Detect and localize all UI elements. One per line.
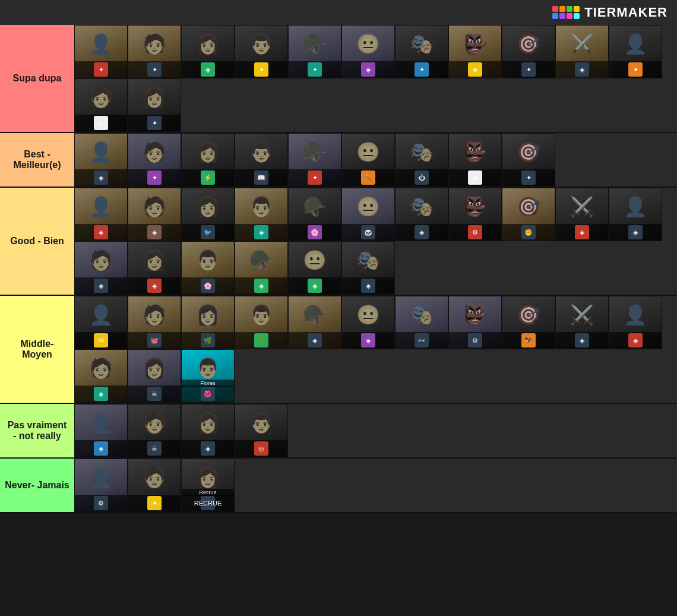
operator-cell[interactable]: 🧑 🐙: [128, 296, 181, 349]
tier-row-supa-dupa: Supa dupa 👤 ✦ 🧑 ✦: [0, 25, 677, 133]
operator-cell[interactable]: 👨 ◈: [235, 188, 288, 241]
operator-cell[interactable]: 👩 🐦: [181, 188, 235, 241]
operator-cell[interactable]: 😐 ◈: [341, 25, 395, 78]
tier-content: 👤 ⚙ 🧑 ✦ 👩 Re: [74, 459, 677, 512]
operator-cell[interactable]: 🧑 ☠: [128, 404, 181, 457]
operator-cell[interactable]: 👤 ✦: [609, 25, 662, 78]
operator-cell[interactable]: 🎯 🦅: [502, 296, 555, 349]
operator-cell[interactable]: 😐 ◈: [288, 241, 341, 295]
tiermaker-logo: TiERMAKER: [552, 5, 667, 20]
operator-cell[interactable]: 🎯 ✦: [502, 133, 555, 187]
operator-cell[interactable]: 👩 🌿: [181, 296, 235, 349]
operator-cell[interactable]: 👤 ◈: [609, 296, 662, 349]
tier-label: Best - Meilleur(e): [0, 133, 74, 187]
operator-cell[interactable]: 🧑 ◈: [128, 188, 181, 241]
operator-cell[interactable]: 😐 🔨: [341, 133, 395, 187]
tier-row-best: Best - Meilleur(e) 👤 ◈ 🧑 ✦: [0, 133, 677, 188]
tier-label: Supa dupa: [0, 25, 74, 132]
operator-cell[interactable]: 🧑 ✦: [128, 133, 181, 187]
operator-cell[interactable]: 👤 ✉: [74, 296, 128, 349]
operator-cell[interactable]: 👺 ◈: [448, 133, 502, 187]
operator-cell[interactable]: 👩 ◈: [181, 25, 235, 78]
operator-cell[interactable]: 👨 ✦: [235, 25, 288, 78]
operator-cell[interactable]: 🎯 ✊: [502, 188, 555, 241]
tier-content: 👤 ◈ 🧑 ✦ 👩: [74, 133, 677, 187]
operator-cell[interactable]: 👤 ◈: [609, 188, 662, 241]
operator-cell[interactable]: 🪖 ◈: [235, 241, 288, 295]
operator-cell[interactable]: 🎭 ◈: [395, 188, 448, 241]
operator-cell[interactable]: 🎯 ✦: [502, 25, 555, 78]
operator-cell[interactable]: 🪖 🌸: [288, 188, 341, 241]
operator-cell[interactable]: 😐 ◈: [341, 296, 395, 349]
tier-row-middle: Middle- Moyen 👤 ✉ 🧑 🐙: [0, 296, 677, 404]
logo-grid: [552, 6, 580, 19]
operator-cell[interactable]: ⚔️ ◈: [555, 296, 609, 349]
operator-cell[interactable]: 👨 📖: [235, 133, 288, 187]
operator-cell[interactable]: 🎭 ⏻: [395, 133, 448, 187]
logo-text: TiERMAKER: [584, 5, 667, 20]
tier-label: Good - Bien: [0, 188, 74, 295]
operator-cell[interactable]: 👺 ⚙: [448, 296, 502, 349]
operator-cell[interactable]: 👨 Flores 🌺: [181, 349, 235, 403]
operator-cell[interactable]: 👤 ◈: [74, 133, 128, 187]
operator-cell[interactable]: 🪖 ✦: [288, 133, 341, 187]
operator-cell[interactable]: 🪖 ✦: [288, 25, 341, 78]
operator-cell[interactable]: 👤 ✦: [74, 25, 128, 78]
operator-cell[interactable]: 👺 ◈: [448, 25, 502, 78]
operator-cell[interactable]: 👨 🌸: [181, 241, 235, 295]
operator-cell[interactable]: 👨 🌿: [235, 296, 288, 349]
operator-cell[interactable]: ⚔️ ◈: [555, 25, 609, 78]
tier-row-good: Good - Bien 👤 ◈ 🧑 ◈: [0, 188, 677, 296]
tier-row-never: Never- Jamais 👤 ⚙ 🧑 ✦: [0, 459, 677, 513]
operator-cell[interactable]: 🪖 ◈: [288, 296, 341, 349]
operator-cell[interactable]: 🧑 ✦: [128, 459, 181, 512]
operator-cell[interactable]: 🎭 ◈: [341, 241, 395, 295]
operator-cell[interactable]: 🎭 ✦: [395, 25, 448, 78]
tier-label: Middle- Moyen: [0, 296, 74, 403]
tier-label: Never- Jamais: [0, 459, 74, 512]
operator-cell[interactable]: 🧑 ◈: [74, 241, 128, 295]
operator-cell[interactable]: 👤 ⚙: [74, 459, 128, 512]
operator-cell[interactable]: 👩 ◈: [128, 241, 181, 295]
operator-cell[interactable]: 😐 🐼: [341, 188, 395, 241]
operator-cell[interactable]: 👩 ◈: [181, 404, 235, 457]
operator-cell[interactable]: ⚔️ ◈: [555, 188, 609, 241]
tier-content: 👤 ✦ 🧑 ✦ 👩: [74, 25, 677, 132]
tier-list: Supa dupa 👤 ✦ 🧑 ✦: [0, 25, 677, 513]
operator-cell[interactable]: 👩 Recrue RECRUE: [181, 459, 235, 512]
operator-cell[interactable]: 👩 ✦: [128, 78, 181, 132]
operator-cell[interactable]: 🧑 ☠: [74, 78, 128, 132]
operator-cell[interactable]: 🎭 👓: [395, 296, 448, 349]
operator-cell[interactable]: 👨 ◎: [235, 404, 288, 457]
header: TiERMAKER: [0, 0, 677, 25]
tier-content: 👤 ◈ 🧑 ◈ 👩: [74, 188, 677, 295]
operator-cell[interactable]: 👩 ☠: [128, 349, 181, 403]
tier-label: Pas vraiment - not really: [0, 404, 74, 457]
operator-cell[interactable]: 👺 ⚙: [448, 188, 502, 241]
operator-cell[interactable]: 👤 ◈: [74, 188, 128, 241]
operator-cell[interactable]: 🧑 ✦: [128, 25, 181, 78]
tier-content: 👤 ✉ 🧑 🐙 👩: [74, 296, 677, 403]
tier-content: 👤 ◈ 🧑 ☠ 👩: [74, 404, 677, 457]
operator-cell[interactable]: 🧑 ◈: [74, 349, 128, 403]
tier-row-pas-vraiment: Pas vraiment - not really 👤 ◈ 🧑 ☠: [0, 404, 677, 459]
operator-cell[interactable]: 👩 ⚡: [181, 133, 235, 187]
operator-cell[interactable]: 👤 ◈: [74, 404, 128, 457]
